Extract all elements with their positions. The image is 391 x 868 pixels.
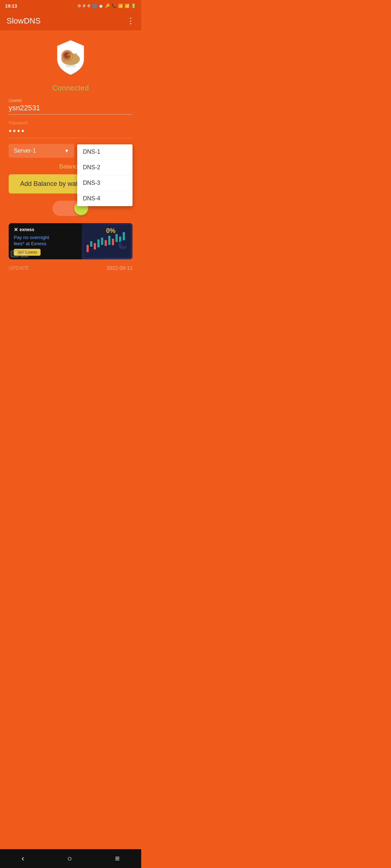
shield-container: SlowDNS (51, 38, 91, 81)
ad-text-line1: Pay no overnight (14, 235, 49, 240)
svg-rect-14 (97, 239, 100, 247)
ad-info-icon: ℹ (24, 252, 25, 256)
ad-chart-area: 0% (82, 223, 133, 259)
svg-rect-18 (112, 239, 114, 245)
ad-close-button[interactable]: ✕ (11, 251, 19, 257)
battery-icon: 🔋 (131, 4, 136, 8)
icon-s: ₴ (83, 4, 86, 8)
svg-point-3 (64, 53, 69, 58)
svg-rect-12 (90, 241, 92, 247)
userid-label: UserId (9, 98, 133, 103)
status-time: 19:13 (5, 3, 17, 9)
ad-chart-svg: 0% (84, 225, 131, 258)
shield-icon: SlowDNS (51, 38, 91, 77)
ad-logo-icon: ✕ (14, 227, 18, 233)
key-icon: 🔑 (105, 4, 110, 8)
icon-s2: ₴ (87, 4, 91, 8)
server-label: Server-1 (14, 148, 36, 154)
date-label: 2022-09-11 (106, 265, 133, 271)
phone-icon: 📞 (112, 4, 117, 8)
footer-row: UPDATE 2022-09-11 (9, 265, 133, 271)
svg-rect-16 (105, 240, 107, 246)
app-bar: SlowDNS ⋮ (0, 12, 141, 30)
alarm-icon: ⏰ (98, 4, 104, 8)
status-bar: 19:13 ⚙ ₴ ₴ 🌐 ⏰ 🔑 📞 📶 📶 🔋 (0, 0, 141, 12)
signal-icon: 📶 (125, 4, 130, 8)
dns-option-1[interactable]: DNS-1 (77, 144, 133, 160)
dns-dropdown-container: ▼ DNS-1 DNS-2 DNS-3 DNS-4 (77, 144, 133, 157)
logo-area: SlowDNS Connected (9, 38, 133, 92)
ad-controls: ✕ ℹ (11, 251, 28, 257)
svg-point-8 (76, 53, 77, 55)
connection-status: Connected (52, 84, 89, 92)
update-label[interactable]: UPDATE (9, 265, 29, 271)
svg-point-4 (73, 58, 79, 63)
ad-banner: ✕ exness Pay no overnight fees* at Exnes… (9, 223, 133, 259)
settings-icon: ⚙ (77, 4, 81, 8)
server-dropdown-arrow: ▼ (64, 148, 69, 154)
ad-text-line2: fees* at Exness (14, 241, 46, 246)
ad-info-button[interactable]: ℹ (20, 251, 28, 257)
app-title: SlowDNS (7, 16, 41, 26)
status-icons: ⚙ ₴ ₴ 🌐 ⏰ 🔑 📞 📶 📶 🔋 (77, 4, 136, 8)
svg-point-24 (121, 240, 127, 247)
svg-rect-13 (94, 243, 96, 250)
server-dropdown[interactable]: Server-1 ▼ (9, 144, 74, 158)
svg-text:SlowDNS: SlowDNS (66, 65, 75, 67)
dns-option-2[interactable]: DNS-2 (77, 160, 133, 175)
dns-option-3[interactable]: DNS-3 (77, 175, 133, 191)
userid-value[interactable]: ysn22531 (9, 104, 133, 115)
svg-rect-17 (108, 236, 110, 245)
svg-rect-15 (101, 238, 103, 245)
password-value[interactable]: •••• (9, 126, 133, 138)
svg-rect-11 (87, 245, 89, 252)
globe-icon: 🌐 (92, 4, 97, 8)
dns-dropdown-menu: DNS-1 DNS-2 DNS-3 DNS-4 (77, 144, 133, 206)
ad-close-icon: ✕ (13, 252, 16, 256)
main-content: SlowDNS Connected UserId ysn22531 Passwo… (0, 30, 141, 284)
dns-option-4[interactable]: DNS-4 (77, 191, 133, 206)
server-row: Server-1 ▼ ▼ DNS-1 DNS-2 DNS-3 DNS-4 (9, 144, 133, 158)
userid-field-group: UserId ysn22531 (9, 98, 133, 115)
svg-text:0%: 0% (106, 227, 115, 234)
ad-text: Pay no overnight fees* at Exness (14, 235, 77, 247)
more-options-icon[interactable]: ⋮ (127, 16, 135, 26)
wifi-icon: 📶 (118, 4, 123, 8)
ad-logo: ✕ exness (14, 227, 77, 233)
password-field-group: Password •••• (9, 120, 133, 138)
svg-rect-19 (115, 234, 118, 242)
svg-point-7 (73, 54, 74, 55)
password-label: Password (9, 120, 133, 125)
ad-brand: exness (20, 227, 34, 232)
